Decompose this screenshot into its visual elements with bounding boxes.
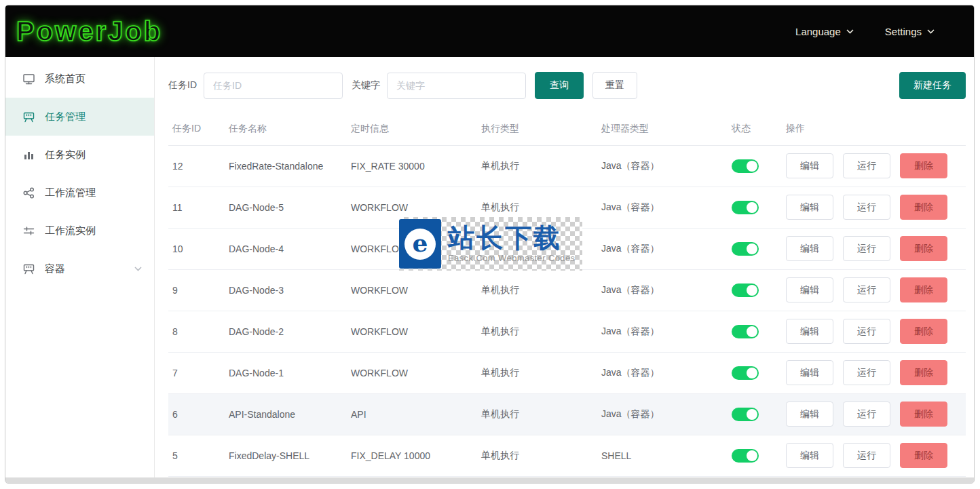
status-toggle[interactable]: [732, 283, 759, 297]
edit-button[interactable]: 编辑: [786, 443, 833, 468]
status-toggle[interactable]: [732, 201, 759, 214]
delete-button[interactable]: 删除: [900, 319, 947, 344]
run-button[interactable]: 运行: [843, 277, 890, 302]
edit-button[interactable]: 编辑: [786, 360, 833, 385]
table-row[interactable]: 12 FixedRate-Standalone FIX_RATE 30000 单…: [168, 145, 966, 187]
search-toolbar: 任务ID 关键字 查询 重置 新建任务: [168, 72, 966, 99]
run-button[interactable]: 运行: [843, 402, 890, 427]
chevron-down-icon: [846, 29, 854, 34]
exec-type-cell: 单机执行: [481, 393, 601, 435]
edit-button[interactable]: 编辑: [786, 195, 833, 220]
sidebar-item-workflow-management[interactable]: 工作流管理: [5, 174, 154, 212]
status-toggle[interactable]: [732, 242, 759, 256]
delete-button[interactable]: 删除: [900, 443, 947, 468]
language-menu[interactable]: Language: [795, 26, 854, 37]
exec-type-cell: 单机执行: [481, 145, 601, 187]
schedule-cell: FIX_RATE 30000: [351, 145, 481, 187]
edit-button[interactable]: 编辑: [786, 319, 833, 344]
top-header: PowerJob Language Settings: [5, 5, 974, 57]
job-id-cell: 9: [168, 269, 229, 311]
sidebar-item-workflow-instances[interactable]: 工作流实例: [5, 212, 154, 250]
delete-button[interactable]: 删除: [900, 277, 947, 302]
job-id-cell: 5: [168, 435, 229, 476]
watermark-logo-letter: e: [413, 231, 428, 255]
table-row[interactable]: 7 DAG-Node-1 WORKFLOW 单机执行 Java（容器） 编辑 运…: [168, 352, 966, 393]
job-id-cell: 7: [168, 352, 229, 393]
horizontal-scrollbar[interactable]: [5, 477, 974, 483]
exec-type-cell: 单机执行: [481, 435, 601, 476]
table-row[interactable]: 6 API-Standalone API 单机执行 Java（容器） 编辑 运行…: [168, 393, 966, 435]
toggle-knob: [747, 409, 757, 420]
share-icon: [22, 187, 35, 199]
job-name-cell: FixedRate-Standalone: [229, 145, 351, 187]
job-name-cell: DAG-Node-3: [229, 269, 351, 311]
toggle-knob: [747, 368, 757, 378]
table-row[interactable]: 8 DAG-Node-2 WORKFLOW 单机执行 Java（容器） 编辑 运…: [168, 311, 966, 352]
run-button[interactable]: 运行: [843, 236, 890, 261]
run-button[interactable]: 运行: [843, 443, 890, 468]
column-header-exec-type: 执行类型: [481, 113, 601, 145]
sidebar-item-job-instances[interactable]: 任务实例: [5, 136, 154, 174]
schedule-cell: WORKFLOW: [351, 269, 481, 311]
sidebar: 系统首页 任务管理 任务实例 工作流管理: [5, 57, 155, 479]
create-job-button[interactable]: 新建任务: [899, 72, 966, 99]
table-row[interactable]: 5 FixedDelay-SHELL FIX_DELAY 10000 单机执行 …: [168, 435, 966, 476]
delete-button[interactable]: 删除: [900, 153, 947, 178]
job-id-cell: 10: [168, 228, 229, 269]
board-icon: [22, 262, 35, 275]
settings-menu[interactable]: Settings: [885, 26, 935, 37]
processor-type-cell: Java（容器）: [601, 269, 732, 311]
delete-button[interactable]: 删除: [900, 236, 947, 261]
delete-button[interactable]: 删除: [900, 402, 947, 427]
toggle-knob: [747, 326, 757, 337]
job-name-cell: DAG-Node-2: [229, 311, 351, 352]
job-name-cell: FixedDelay-SHELL: [229, 435, 351, 476]
toggle-knob: [747, 161, 757, 172]
app-window: PowerJob Language Settings 系统首页: [5, 5, 975, 484]
settings-menu-label: Settings: [885, 26, 922, 37]
sidebar-item-container[interactable]: 容器: [5, 250, 154, 288]
run-button[interactable]: 运行: [843, 360, 890, 385]
delete-button[interactable]: 删除: [900, 195, 947, 220]
edit-button[interactable]: 编辑: [786, 277, 833, 302]
edit-button[interactable]: 编辑: [786, 153, 833, 178]
schedule-cell: WORKFLOW: [351, 311, 481, 352]
edit-button[interactable]: 编辑: [786, 236, 833, 261]
status-toggle[interactable]: [732, 366, 759, 380]
processor-type-cell: Java（容器）: [601, 352, 732, 393]
delete-button[interactable]: 删除: [900, 360, 947, 385]
sidebar-item-label: 工作流管理: [45, 187, 96, 199]
sidebar-item-job-management[interactable]: 任务管理: [5, 98, 154, 136]
status-toggle[interactable]: [732, 449, 759, 463]
monitor-icon: [22, 73, 35, 85]
job-name-cell: DAG-Node-5: [229, 187, 351, 228]
watermark-texts: 站长下载 Easck.Com Webmaster Codes: [448, 224, 576, 263]
schedule-cell: API: [351, 393, 481, 435]
job-id-input[interactable]: [204, 73, 343, 99]
sidebar-item-home[interactable]: 系统首页: [5, 60, 154, 98]
column-header-schedule: 定时信息: [351, 113, 481, 145]
toggle-knob: [747, 202, 757, 213]
run-button[interactable]: 运行: [843, 195, 890, 220]
bar-chart-icon: [22, 149, 35, 161]
table-row[interactable]: 9 DAG-Node-3 WORKFLOW 单机执行 Java（容器） 编辑 运…: [168, 269, 966, 311]
job-id-cell: 8: [168, 311, 229, 352]
edit-button[interactable]: 编辑: [786, 402, 833, 427]
keyword-input[interactable]: [387, 73, 526, 99]
sidebar-item-label: 任务管理: [45, 111, 86, 123]
query-button[interactable]: 查询: [535, 72, 584, 99]
run-button[interactable]: 运行: [843, 153, 890, 178]
reset-button[interactable]: 重置: [592, 72, 637, 99]
job-table: 任务ID 任务名称 定时信息 执行类型 处理器类型 状态 操作 12 Fixed…: [168, 113, 966, 477]
toggle-knob: [747, 450, 757, 461]
column-header-actions: 操作: [786, 113, 966, 145]
sliders-icon: [22, 224, 35, 237]
status-toggle[interactable]: [732, 159, 759, 173]
processor-type-cell: Java（容器）: [601, 393, 732, 435]
table-header-row: 任务ID 任务名称 定时信息 执行类型 处理器类型 状态 操作: [168, 113, 966, 145]
run-button[interactable]: 运行: [843, 319, 890, 344]
column-header-job-id: 任务ID: [168, 113, 229, 145]
status-toggle[interactable]: [732, 325, 759, 338]
header-menus: Language Settings: [795, 26, 935, 37]
status-toggle[interactable]: [732, 408, 759, 421]
